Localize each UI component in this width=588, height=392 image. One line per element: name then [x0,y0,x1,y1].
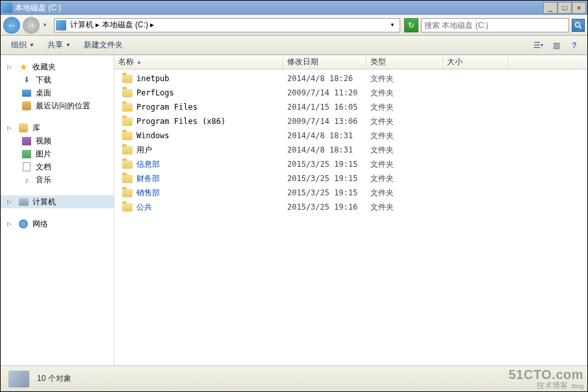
item-label: 桌面 [36,88,51,99]
sidebar-videos[interactable]: 视频 [1,134,114,147]
cell-name: 用户 [118,145,283,156]
file-name: 财务部 [136,173,160,184]
sidebar-favorites[interactable]: ▷ ★ 收藏夹 [1,60,114,73]
column-type[interactable]: 类型 [366,55,443,69]
address-dropdown-icon[interactable]: ▼ [387,22,398,28]
sidebar-pictures[interactable]: 图片 [1,147,114,160]
network-label: 网络 [32,219,48,230]
cell-type: 文件夹 [366,145,443,156]
item-label: 文档 [36,162,51,173]
chevron-down-icon: ▾ [541,42,543,48]
status-text: 10 个对象 [37,373,71,384]
file-row[interactable]: 用户2014/4/8 18:31文件夹 [114,143,587,157]
new-folder-label: 新建文件夹 [84,40,123,51]
file-row[interactable]: 公共2015/3/25 19:16文件夹 [114,200,587,214]
titlebar[interactable]: 本地磁盘 (C:) _ □ × [1,1,587,15]
search-button[interactable] [572,19,585,32]
share-label: 共享 [47,40,63,51]
expand-icon[interactable]: ▷ [7,221,14,227]
file-name: 用户 [136,145,152,156]
folder-icon [122,146,133,154]
cell-type: 文件夹 [366,102,443,113]
file-row[interactable]: 销售部2015/3/25 19:15文件夹 [114,186,587,200]
sidebar-desktop[interactable]: 桌面 [1,86,114,99]
cell-date: 2014/4/8 18:31 [283,145,366,154]
minimize-button[interactable]: _ [543,2,557,14]
maximize-button[interactable]: □ [557,2,572,14]
cell-date: 2014/1/15 16:05 [283,103,366,112]
address-path: 计算机 ▸ 本地磁盘 (C:) ▸ [70,19,387,31]
sidebar-network[interactable]: ▷ 网络 [1,217,114,230]
cell-type: 文件夹 [366,88,443,99]
cell-date: 2015/3/25 19:15 [283,160,366,169]
col-label: 类型 [370,56,386,67]
sort-asc-icon: ▲ [136,59,142,65]
close-button[interactable]: × [572,2,586,14]
sidebar-downloads[interactable]: ⬇下载 [1,73,114,86]
forward-button[interactable]: → [23,17,40,34]
sidebar-music[interactable]: ♪音乐 [1,173,114,186]
document-icon [21,162,32,172]
col-label: 大小 [447,56,463,67]
search-input[interactable] [424,21,566,30]
cell-name: Windows [118,131,283,140]
view-icon: ☰ [533,41,541,50]
arrow-left-icon: ← [7,20,16,31]
recent-icon [21,101,32,111]
file-name: 公共 [136,202,152,213]
drive-icon [8,371,29,387]
address-bar[interactable]: 计算机 ▸ 本地磁盘 (C:) ▸ ▼ [54,18,400,32]
cell-name: inetpub [118,74,283,83]
folder-icon [122,189,133,197]
back-button[interactable]: ← [3,17,20,34]
organize-label: 组织 [11,40,27,51]
column-size[interactable]: 大小 [443,55,508,69]
cell-name: 财务部 [118,173,283,184]
history-dropdown[interactable]: ▼ [42,22,50,28]
file-row[interactable]: 信息部2015/3/25 19:15文件夹 [114,157,587,171]
organize-menu[interactable]: 组织▼ [6,38,40,53]
new-folder-button[interactable]: 新建文件夹 [79,38,128,53]
cell-type: 文件夹 [366,173,443,184]
share-menu[interactable]: 共享▼ [42,38,76,53]
sidebar-documents[interactable]: 文档 [1,160,114,173]
file-list: 名称▲ 修改日期 类型 大小 inetpub2014/4/8 18:26文件夹P… [114,55,587,365]
sidebar: ▷ ★ 收藏夹 ⬇下载 桌面 最近访问的位置 ▷ 库 视频 图片 文档 ♪音乐 [1,55,114,365]
folder-icon [122,75,133,83]
sidebar-recent[interactable]: 最近访问的位置 [1,99,114,112]
cell-date: 2015/3/25 19:15 [283,174,366,183]
file-row[interactable]: PerfLogs2009/7/14 11:20文件夹 [114,86,587,100]
file-row[interactable]: Program Files (x86)2009/7/14 13:06文件夹 [114,114,587,129]
sidebar-libraries[interactable]: ▷ 库 [1,121,114,134]
expand-icon[interactable]: ▷ [7,64,14,70]
file-row[interactable]: inetpub2014/4/8 18:26文件夹 [114,71,587,86]
desktop-icon [21,88,32,98]
libraries-label: 库 [32,123,40,134]
expand-icon[interactable]: ▷ [7,199,14,205]
cell-name: Program Files [118,103,283,112]
file-row[interactable]: Program Files2014/1/15 16:05文件夹 [114,100,587,114]
file-row[interactable]: 财务部2015/3/25 19:15文件夹 [114,171,587,186]
expand-icon[interactable]: ▷ [7,125,14,131]
watermark: 51CTO.com 技术博客Blog [509,367,583,390]
column-name[interactable]: 名称▲ [114,55,283,69]
preview-pane-button[interactable]: ▥ [548,38,564,53]
refresh-button[interactable]: ↻ [404,18,418,32]
svg-point-0 [576,22,580,27]
picture-icon [21,149,32,159]
help-button[interactable]: ? [567,38,582,53]
item-label: 视频 [36,136,51,147]
file-row[interactable]: Windows2014/4/8 18:31文件夹 [114,129,587,143]
cell-type: 文件夹 [366,130,443,141]
preview-icon: ▥ [553,41,560,50]
folder-icon [122,132,133,140]
favorites-label: 收藏夹 [32,62,56,73]
folder-icon [122,103,133,112]
sidebar-computer[interactable]: ▷ 计算机 [1,195,114,208]
column-date[interactable]: 修改日期 [283,55,366,69]
view-options-button[interactable]: ☰▾ [530,38,546,53]
watermark-sub: 技术博客 [537,381,568,390]
search-box[interactable] [421,18,569,32]
network-icon [18,219,29,229]
music-icon: ♪ [21,175,32,185]
